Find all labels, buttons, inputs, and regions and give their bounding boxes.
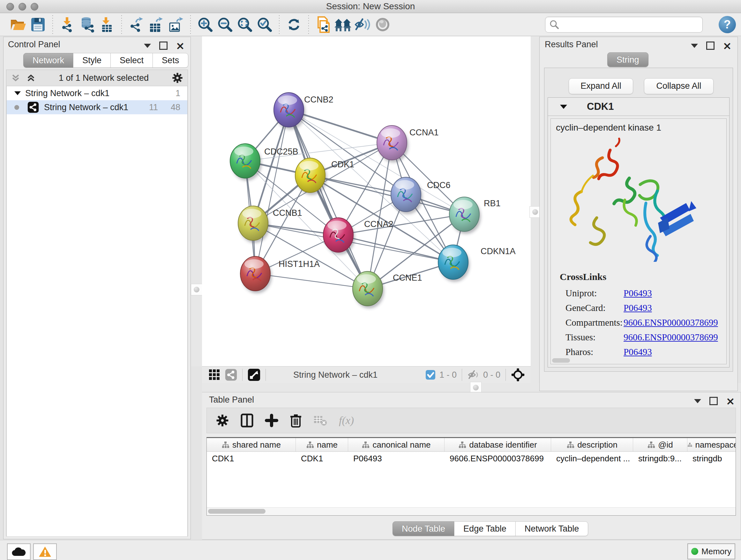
zoom-selected-button[interactable] <box>255 15 274 34</box>
save-session-button[interactable] <box>28 15 48 34</box>
left-splitter[interactable] <box>191 37 202 366</box>
collapse-entry-icon[interactable] <box>560 105 567 109</box>
crosslink-value-link[interactable]: P06493 <box>623 303 652 313</box>
open-session-button[interactable] <box>8 15 28 34</box>
close-panel-icon[interactable]: × <box>176 43 185 49</box>
column-header-description[interactable]: description <box>551 438 633 451</box>
delete-column-icon[interactable] <box>290 414 302 428</box>
add-column-icon[interactable] <box>265 414 278 427</box>
node-entry-header[interactable]: CDK1 <box>548 98 729 116</box>
table-cell[interactable]: stringdb <box>687 452 736 465</box>
column-header-sharedname[interactable]: shared name <box>207 438 296 451</box>
gear-icon[interactable] <box>216 414 229 427</box>
zoom-in-button[interactable] <box>195 15 215 34</box>
results-scrollbar-thumb[interactable] <box>552 358 570 363</box>
crosslink-value-link[interactable]: 9606.ENSP00000378699 <box>623 332 718 343</box>
gear-icon[interactable] <box>172 72 183 84</box>
tab-select[interactable]: Select <box>111 53 153 68</box>
import-network-from-file-button[interactable] <box>57 15 77 34</box>
float-panel-icon[interactable] <box>710 397 718 405</box>
table-horizontal-scrollbar[interactable] <box>207 507 736 515</box>
network-node-RB1[interactable]: RB1 <box>449 197 501 234</box>
column-header-id[interactable]: @id <box>633 438 687 451</box>
tab-style[interactable]: Style <box>73 53 111 68</box>
panel-menu-icon[interactable] <box>694 399 701 403</box>
crosslink-value-link[interactable]: P06493 <box>623 288 652 299</box>
select-columns-icon[interactable] <box>241 414 253 428</box>
table-cell[interactable]: 9606.ENSP00000378699 <box>445 452 551 465</box>
crosshair-icon[interactable] <box>511 368 525 382</box>
collapse-all-button[interactable]: Collapse All <box>644 78 714 94</box>
network-node-HIST1H1A[interactable]: HIST1H1A <box>240 256 320 294</box>
network-view-canvas[interactable]: CCNB2CCNA1CDC25BCDK1CDC6RB1CCNB1CCNA2CDK… <box>202 37 531 366</box>
network-node-CDKN1A[interactable]: CDKN1A <box>438 245 516 282</box>
tree-expand-icon[interactable] <box>14 91 21 95</box>
panel-menu-icon[interactable] <box>691 44 698 48</box>
network-edge-CCNA2-CDKN1A[interactable] <box>338 235 453 262</box>
cloud-button[interactable] <box>7 543 30 560</box>
import-network-from-database-button[interactable] <box>77 15 97 34</box>
close-window-button[interactable] <box>6 3 14 10</box>
tab-edge-table[interactable]: Edge Table <box>454 521 516 536</box>
tab-node-table[interactable]: Node Table <box>393 521 455 536</box>
network-node-CDK1[interactable]: CDK1 <box>295 158 354 195</box>
crosslink-value-link[interactable]: P06493 <box>623 347 652 357</box>
column-header-canonicalname[interactable]: canonical name <box>348 438 445 451</box>
table-row[interactable]: CDK1CDK1P064939606.ENSP00000378699cyclin… <box>207 452 736 465</box>
export-network-button[interactable] <box>126 15 146 34</box>
column-header-namespace[interactable]: namespace <box>687 438 736 451</box>
close-panel-icon[interactable]: × <box>726 398 735 404</box>
expand-all-button[interactable]: Expand All <box>569 78 633 94</box>
warnings-button[interactable] <box>33 543 57 560</box>
column-header-name[interactable]: name <box>296 438 348 451</box>
zoom-out-button[interactable] <box>215 15 235 34</box>
network-share-toggle-icon[interactable] <box>225 369 237 381</box>
tab-sets[interactable]: Sets <box>152 53 188 68</box>
tab-network-table[interactable]: Network Table <box>515 521 589 536</box>
table-cell[interactable]: CDK1 <box>296 452 348 465</box>
column-header-databaseidentifier[interactable]: database identifier <box>445 438 551 451</box>
network-node-CCNE1[interactable]: CCNE1 <box>353 271 422 308</box>
network-node-CCNA1[interactable]: CCNA1 <box>377 125 439 163</box>
crosslink-value-link[interactable]: 9606.ENSP00000378699 <box>623 317 718 328</box>
export-table-button[interactable] <box>146 15 166 34</box>
hidden-eye-icon[interactable] <box>467 369 480 380</box>
network-node-CCNB2[interactable]: CCNB2 <box>274 92 333 130</box>
expand-all-icon[interactable] <box>26 73 36 83</box>
network-edge-RB1-CCNA2[interactable] <box>338 214 464 235</box>
apply-layout-button[interactable] <box>284 15 304 34</box>
import-table-from-file-button[interactable] <box>97 15 117 34</box>
table-cell[interactable]: cyclin–dependent ... <box>551 452 633 465</box>
birds-eye-view-icon[interactable] <box>248 368 260 381</box>
minimize-window-button[interactable] <box>18 3 26 10</box>
close-panel-icon[interactable]: × <box>723 43 732 49</box>
network-row[interactable]: String Network – cdk1 11 48 <box>7 100 187 114</box>
grid-view-icon[interactable] <box>208 369 220 381</box>
splitter-handle[interactable] <box>470 382 482 393</box>
table-cell[interactable]: CDK1 <box>207 452 296 465</box>
right-splitter[interactable] <box>531 37 539 391</box>
help-button[interactable]: ? <box>719 16 736 33</box>
table-cell[interactable]: stringdb:9... <box>633 452 687 465</box>
tab-string[interactable]: String <box>607 52 649 67</box>
network-node-CCNB1[interactable]: CCNB1 <box>238 206 302 243</box>
hide-glyphs-button[interactable] <box>353 15 373 34</box>
float-panel-icon[interactable] <box>159 42 167 50</box>
memory-button[interactable]: Memory <box>687 543 735 559</box>
network-edge-HIST1H1A-CCNE1[interactable] <box>255 273 367 289</box>
homes-button[interactable] <box>333 15 353 34</box>
export-image-button[interactable] <box>166 15 186 34</box>
zoom-fit-button[interactable] <box>235 15 255 34</box>
collapse-all-icon[interactable] <box>11 73 20 83</box>
network-node-CDC25B[interactable]: CDC25B <box>230 144 298 181</box>
splitter-handle[interactable] <box>191 284 202 295</box>
selected-checkbox-icon[interactable] <box>425 370 435 380</box>
scrollbar-thumb[interactable] <box>208 509 266 514</box>
search-input[interactable] <box>562 18 699 31</box>
sphere-button[interactable] <box>373 15 393 34</box>
float-panel-icon[interactable] <box>706 42 715 50</box>
network-collection-row[interactable]: String Network – cdk1 1 <box>7 86 187 100</box>
table-cell[interactable]: P06493 <box>348 452 445 465</box>
tab-network[interactable]: Network <box>23 53 73 68</box>
panel-menu-icon[interactable] <box>144 44 151 48</box>
